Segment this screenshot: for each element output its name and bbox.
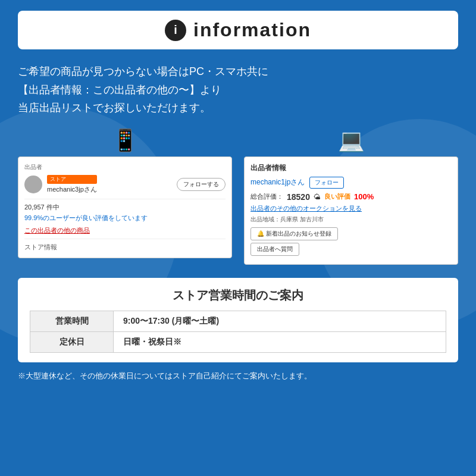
pc-follow-button[interactable]: フォロー [309,177,344,189]
hours-value: 日曜・祝祭日※ [114,331,446,352]
auction-link[interactable]: 出品者のその他のオークションを見る [250,204,452,213]
store-hours-section: ストア営業時間のご案内 営業時間9:00〜17:30 (月曜〜土曜)定休日日曜・… [18,278,458,362]
question-btn[interactable]: 出品者へ質問 [250,243,299,256]
hours-row: 営業時間9:00〜17:30 (月曜〜土曜) [30,311,446,331]
pc-icon: 💻 [338,128,365,153]
mobile-section-label: 出品者 [24,163,226,171]
mobile-seller-row: ストア mechanic3jpさん フォローする [24,175,226,194]
count-text: 20,957 件中 [24,203,226,212]
seller-name: mechanic3jpさん [47,186,97,193]
pc-seller-name: mechanic1jpさん [250,177,305,187]
good-pct: 100% [354,192,374,201]
store-info-link: ストア情報 [24,243,226,252]
rating-text: 99.9%のユーザーが良い評価をしています [24,214,226,223]
follow-button[interactable]: フォローする [177,178,226,191]
mobile-screenshot: 出品者 ストア mechanic3jpさん フォローする 20,957 件中 9… [18,156,232,258]
good-label: 良い評価 [324,192,350,201]
location: 出品地域：兵庫県 加古川市 [250,215,452,224]
other-items-link[interactable]: この出品者の他の商品 [24,226,226,235]
pc-screenshot: 出品者情報 mechanic1jpさん フォロー 総合評価： 18520 🌤 良… [244,156,458,265]
screenshots-row: 📱 出品者 ストア mechanic3jpさん フォローする 20,957 件中… [18,128,458,265]
header-title: information [193,19,311,41]
notification-btn[interactable]: 🔔 新着出品のお知らせ登録 [250,227,338,240]
avatar [24,176,42,193]
hours-label: 営業時間 [30,311,114,331]
mobile-icon: 📱 [112,128,139,153]
intro-text: ご希望の商品が見つからない場合はPC・スマホ共に 【出品者情報：この出品者の他の… [18,62,458,117]
header-box: i information [18,11,458,49]
eval-label: 総合評価： [250,192,283,201]
hours-row: 定休日日曜・祝祭日※ [30,331,446,352]
store-badge: ストア [47,175,97,184]
eval-num: 18520 [287,192,310,202]
pc-section-label: 出品者情報 [250,163,452,173]
hours-label: 定休日 [30,331,114,352]
info-icon: i [165,20,186,41]
store-hours-title: ストア営業時間のご案内 [30,287,446,303]
pc-col: 💻 出品者情報 mechanic1jpさん フォロー 総合評価： 18520 🌤… [244,128,458,265]
hours-value: 9:00〜17:30 (月曜〜土曜) [114,311,446,331]
footer-note: ※大型連休など、その他の休業日についてはストア自己紹介にてご案内いたします。 [18,371,458,381]
hours-table: 営業時間9:00〜17:30 (月曜〜土曜)定休日日曜・祝祭日※ [30,311,446,353]
mobile-col: 📱 出品者 ストア mechanic3jpさん フォローする 20,957 件中… [18,128,232,258]
